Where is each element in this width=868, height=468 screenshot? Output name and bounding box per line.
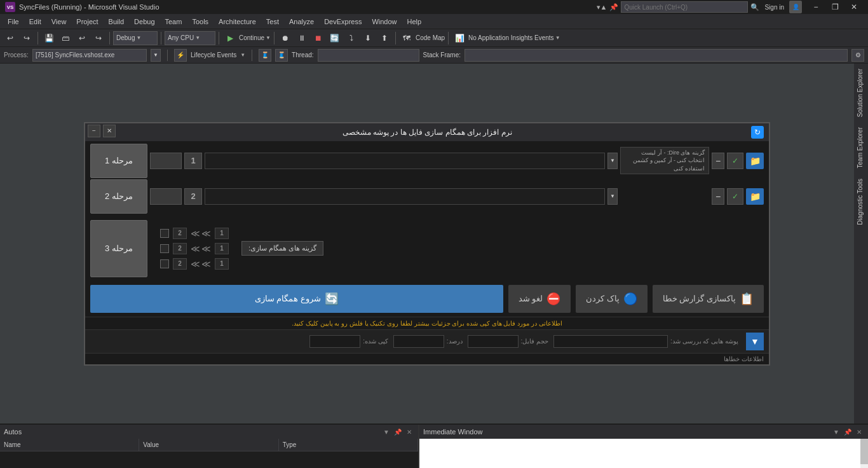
minimize-button[interactable]: − [807, 0, 825, 14]
col-value: Value [139, 439, 278, 451]
step-over-button[interactable]: ⤵ [344, 31, 359, 46]
menu-team[interactable]: Team [160, 14, 187, 29]
continue-button[interactable]: ▶ [222, 31, 238, 46]
menu-bar: File Edit View Project Build Debug Team … [0, 14, 868, 29]
process-dropdown-btn[interactable]: ▼ [151, 49, 161, 62]
step-into-button[interactable]: ⬇ [360, 31, 376, 46]
menu-file[interactable]: File [3, 14, 24, 29]
path-input-2[interactable] [205, 188, 605, 205]
log-button[interactable]: 📋 پاکسازی گزارش خطا [653, 285, 764, 313]
immediate-content[interactable] [419, 439, 868, 468]
menu-tools[interactable]: Tools [187, 14, 214, 29]
debug-mode-dropdown[interactable]: Debug ▼ [113, 31, 158, 45]
team-explorer-tab[interactable]: Team Explorer [854, 122, 868, 173]
window-title: SyncFiles (Running) - Microsoft Visual S… [19, 3, 159, 11]
menu-test[interactable]: Test [261, 14, 284, 29]
stackframe-btn[interactable]: ⚙ [851, 49, 864, 62]
forward-button[interactable]: ↪ [19, 31, 34, 46]
menu-build[interactable]: Build [104, 14, 129, 29]
immediate-dropdown-btn[interactable]: ▼ [831, 427, 841, 437]
folder-icon-btn-1[interactable]: 📁 [746, 153, 764, 169]
minus-btn-1[interactable]: − [712, 153, 724, 169]
toolbar-separator-3 [161, 32, 161, 45]
size-label: حجم فایل: [521, 338, 549, 345]
quick-launch-input[interactable] [621, 1, 748, 13]
immediate-pin-btn[interactable]: 📌 [843, 427, 853, 437]
close-button[interactable]: ✕ [845, 0, 863, 14]
folder-icon-btn-2[interactable]: 📁 [746, 188, 764, 205]
start-sync-button[interactable]: 🔄 شروع همگام سازی [90, 285, 503, 313]
app-window: ✕ − نرم افزار برای همگام سازی فایل ها در… [84, 122, 770, 366]
autos-pin-btn[interactable]: 📌 [393, 427, 403, 437]
cpu-dropdown-arrow: ▼ [195, 35, 200, 41]
immediate-header-controls: ▼ 📌 ✕ [831, 427, 864, 437]
window-controls: − ❐ ✕ [807, 0, 863, 14]
sync-checkbox-3[interactable] [160, 259, 169, 268]
lifecycle-dropdown[interactable]: ▼ [240, 52, 245, 58]
percent-value [393, 335, 444, 348]
sync-checkbox-2[interactable] [160, 244, 169, 253]
input-dropdown-2[interactable]: ▼ [607, 188, 618, 205]
save-button[interactable]: 💾 [41, 31, 57, 46]
app-close-button[interactable]: ✕ [103, 125, 116, 137]
menu-project[interactable]: Project [71, 14, 103, 29]
stop-sync-button[interactable]: ⛔ لغو شد [508, 285, 571, 313]
status-arrow-button[interactable]: ▼ [746, 333, 764, 350]
start-label: شروع همگام سازی [255, 294, 321, 303]
pause-button[interactable]: ⏸ [294, 31, 309, 46]
check-btn-1[interactable]: ✓ [727, 153, 743, 169]
stackframe-label: Stack Frame: [423, 52, 461, 59]
immediate-scrollbar-track[interactable] [860, 439, 868, 468]
minus-btn-2[interactable]: − [712, 188, 724, 205]
stop-button[interactable]: ⏹ [311, 31, 326, 46]
check-btn-2[interactable]: ✓ [727, 188, 743, 205]
sync-num-left-3: 1 [215, 258, 229, 270]
autos-columns: Name Value Type [0, 439, 418, 451]
thread-value [318, 49, 419, 62]
menu-view[interactable]: View [46, 14, 72, 29]
undo-button[interactable]: ↩ [74, 31, 90, 46]
menu-help[interactable]: Help [402, 14, 427, 29]
path-input-1[interactable] [205, 153, 605, 169]
continue-dropdown[interactable]: ▼ [266, 35, 271, 41]
breakpoints-button[interactable]: ⏺ [278, 31, 293, 46]
menu-debug[interactable]: Debug [129, 14, 159, 29]
appinsights-icon: 📊 [452, 31, 467, 46]
cpu-dropdown[interactable]: Any CPU ▼ [165, 31, 215, 45]
phase-1-button[interactable]: مرحله 1 [90, 144, 147, 178]
autos-dropdown-btn[interactable]: ▼ [381, 427, 391, 437]
step-out-button[interactable]: ⬆ [377, 31, 392, 46]
restart-button[interactable]: 🔄 [327, 31, 342, 46]
save-all-button[interactable]: 🗃 [58, 31, 73, 46]
immediate-scrollbar-thumb[interactable] [860, 439, 868, 464]
signin-link[interactable]: Sign in [764, 4, 784, 11]
autos-close-btn[interactable]: ✕ [404, 427, 414, 437]
phase-2-button[interactable]: مرحله 2 [90, 179, 147, 214]
back-button[interactable]: ↩ [3, 31, 18, 46]
appinsights-dropdown[interactable]: ▼ [555, 35, 560, 41]
row-action-2[interactable] [150, 188, 182, 205]
cpu-label: Any CPU [168, 34, 194, 41]
immediate-close-btn[interactable]: ✕ [854, 427, 864, 437]
app-refresh-button[interactable]: ↻ [751, 126, 764, 139]
menu-devexpress[interactable]: DevExpress [319, 14, 367, 29]
restore-button[interactable]: ❐ [826, 0, 844, 14]
menu-analyze[interactable]: Analyze [284, 14, 319, 29]
solution-explorer-tab[interactable]: Solution Explorer [854, 64, 868, 122]
feather-icon-1: ≫ [201, 228, 211, 238]
redo-button[interactable]: ↪ [91, 31, 106, 46]
menu-edit[interactable]: Edit [24, 14, 46, 29]
feather-icons-3: ≫ ≫ [191, 259, 211, 269]
sync-feathers-container: 1 ≫ ≫ 2 1 ≫ ≫ [160, 228, 229, 270]
input-dropdown-1[interactable]: ▼ [607, 153, 618, 169]
immediate-panel: Immediate Window ▼ 📌 ✕ Call Stack Breakp… [419, 425, 868, 468]
clear-button[interactable]: 🔵 پاک کردن [576, 285, 648, 313]
app-minimize-button[interactable]: − [88, 125, 100, 137]
row-action-1[interactable] [150, 153, 182, 169]
diagnostic-tools-tab[interactable]: Diagnostic Tools [854, 174, 868, 230]
phase-3-button[interactable]: مرحله 3 [90, 220, 147, 277]
menu-architecture[interactable]: Architecture [214, 14, 261, 29]
codemap-button[interactable]: 🗺 [399, 31, 414, 46]
menu-window[interactable]: Window [367, 14, 402, 29]
sync-checkbox-1[interactable] [160, 229, 169, 238]
